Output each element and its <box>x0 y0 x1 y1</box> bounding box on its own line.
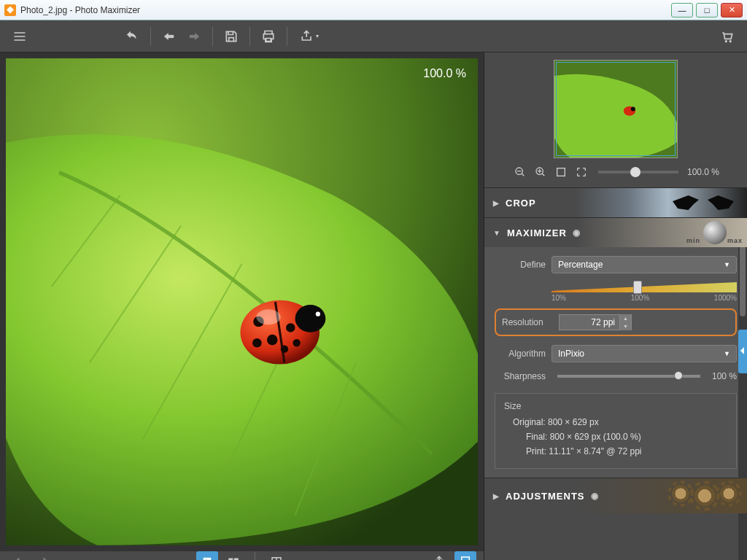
resolution-up[interactable]: ▲ <box>619 314 631 322</box>
svg-point-6 <box>286 323 295 332</box>
bottom-toolbar <box>0 551 484 560</box>
share-icon <box>300 29 314 44</box>
undo-all-button[interactable] <box>120 24 144 49</box>
minimize-button[interactable]: ― <box>671 3 693 18</box>
size-box: Size Original: 800 × 629 px Final: 800 ×… <box>495 393 737 469</box>
resolution-label: Resolution <box>502 317 553 327</box>
chevron-right-icon: ▶ <box>493 492 500 500</box>
canvas-zoom-label: 100.0 % <box>423 67 466 80</box>
size-title: Size <box>504 401 727 411</box>
svg-point-9 <box>293 339 300 346</box>
zoom-fit-button[interactable] <box>553 164 569 180</box>
size-original: Original: 800 × 629 px <box>504 417 727 427</box>
maximizer-header[interactable]: ▼ MAXIMIZER ◉ min max <box>484 218 747 247</box>
caret-down-icon: ▼ <box>724 261 730 268</box>
view-split-button[interactable] <box>266 551 287 560</box>
print-icon <box>261 29 276 44</box>
side-flyout-tab[interactable] <box>738 330 747 373</box>
sharpness-row: Sharpness 100 % <box>495 371 737 381</box>
import-button[interactable] <box>454 551 476 560</box>
canvas-pane: 100.0 % <box>0 52 484 560</box>
view-single-icon <box>201 555 214 560</box>
resolution-spinner[interactable]: 72 ppi ▲ ▼ <box>559 314 632 330</box>
preview-area: 100.0 % <box>484 52 747 187</box>
sharpness-value: 100 % <box>712 371 737 381</box>
redo-icon <box>187 29 201 44</box>
fit-icon <box>555 166 567 178</box>
top-toolbar: ▾ <box>0 20 747 52</box>
tick-10: 10% <box>551 294 566 302</box>
app-icon <box>4 4 16 16</box>
caret-down-icon: ▼ <box>724 350 730 357</box>
svg-point-8 <box>281 345 288 352</box>
arrow-left-icon <box>12 555 25 560</box>
export-icon <box>433 555 446 560</box>
arrow-right-icon <box>38 555 51 560</box>
resolution-down[interactable]: ▼ <box>619 322 631 330</box>
undo-button[interactable] <box>157 24 182 49</box>
menu-button[interactable] <box>7 24 32 49</box>
preview-zoom-label: 100.0 % <box>687 167 719 177</box>
resolution-value: 72 ppi <box>560 317 619 327</box>
zoom-actual-button[interactable] <box>573 164 589 180</box>
define-label: Define <box>495 260 546 270</box>
next-image-button[interactable] <box>34 551 55 560</box>
algorithm-value: InPixio <box>558 349 584 359</box>
view-compare-button[interactable] <box>222 551 244 560</box>
tick-1000: 1000% <box>714 294 737 302</box>
define-select[interactable]: Percentage ▼ <box>551 256 737 273</box>
size-final: Final: 800 × 629 px (100.0 %) <box>504 432 727 442</box>
sharpness-label: Sharpness <box>495 371 546 381</box>
print-button[interactable] <box>256 24 281 49</box>
crop-section: ▶ CROP <box>484 187 747 217</box>
hamburger-icon <box>12 29 27 44</box>
percentage-row: 10% 100% 1000% 100.0 % <box>495 282 737 300</box>
cart-button[interactable] <box>715 24 740 49</box>
crop-title: CROP <box>506 198 536 209</box>
crop-header[interactable]: ▶ CROP <box>484 188 747 217</box>
undo-icon <box>162 29 177 44</box>
zoom-in-button[interactable] <box>533 164 549 180</box>
zoom-slider[interactable] <box>598 171 678 174</box>
redo-button[interactable] <box>182 24 206 49</box>
maximizer-section: ▼ MAXIMIZER ◉ min max Define Percentage … <box>484 217 747 478</box>
image-canvas[interactable]: 100.0 % <box>6 58 478 545</box>
svg-point-3 <box>316 311 320 316</box>
cart-icon <box>720 29 735 44</box>
share-button[interactable]: ▾ <box>293 24 325 49</box>
sharpness-slider[interactable] <box>557 375 700 378</box>
crop-decoration <box>667 192 740 213</box>
maximize-button[interactable]: □ <box>696 3 718 18</box>
define-value: Percentage <box>558 260 603 270</box>
maximizer-title: MAXIMIZER <box>507 228 567 238</box>
view-compare-icon <box>227 555 240 560</box>
right-panel: 100.0 % ▶ CROP ▼ MAXIMIZER <box>484 52 747 560</box>
adjustments-title: ADJUSTMENTS <box>506 491 585 502</box>
algorithm-row: Algorithm InPixio ▼ <box>495 345 737 362</box>
svg-rect-11 <box>204 558 212 560</box>
save-button[interactable] <box>219 24 244 49</box>
undo-all-icon <box>125 29 139 44</box>
prev-image-button[interactable] <box>7 551 29 560</box>
save-icon <box>224 29 239 44</box>
title-bar: Photo_2.jpg - Photo Maximizer ― □ ✕ <box>0 0 747 20</box>
zoom-controls: 100.0 % <box>492 164 740 180</box>
zoom-out-button[interactable] <box>512 164 528 180</box>
percentage-slider[interactable]: 10% 100% 1000% 100.0 % <box>551 282 737 300</box>
main-content: 100.0 % <box>0 52 747 560</box>
navigator-thumbnail[interactable] <box>554 60 678 158</box>
algorithm-select[interactable]: InPixio ▼ <box>551 345 737 362</box>
svg-point-7 <box>252 338 262 348</box>
close-button[interactable]: ✕ <box>721 3 743 18</box>
svg-point-10 <box>256 309 280 324</box>
knob-icon <box>703 221 727 244</box>
svg-rect-23 <box>557 168 565 176</box>
gears-decoration <box>670 483 740 509</box>
algorithm-label: Algorithm <box>495 349 546 359</box>
zoom-in-icon <box>535 166 546 178</box>
canvas-wrap: 100.0 % <box>0 52 484 551</box>
svg-point-5 <box>267 335 278 346</box>
adjustments-header[interactable]: ▶ ADJUSTMENTS ◉ <box>484 478 747 513</box>
view-single-button[interactable] <box>196 551 218 560</box>
export-button[interactable] <box>428 551 450 560</box>
